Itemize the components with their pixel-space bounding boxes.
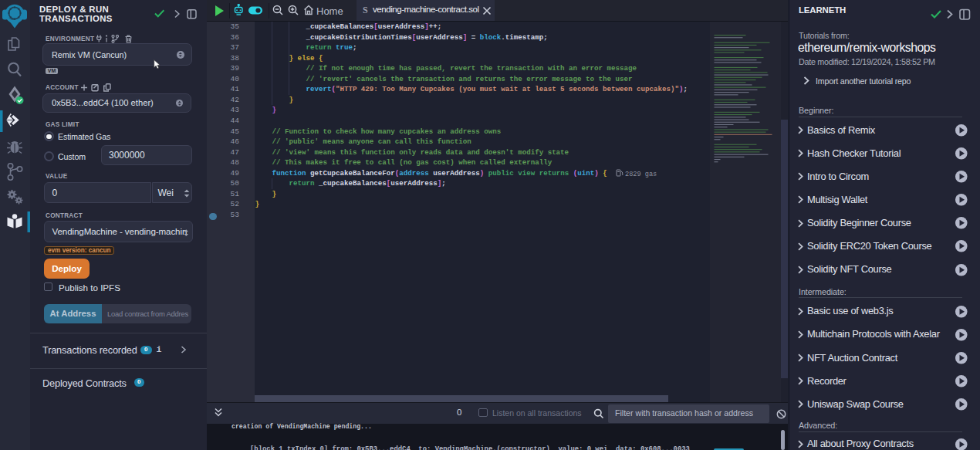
svg-text:2829 gas: 2829 gas	[625, 171, 657, 178]
